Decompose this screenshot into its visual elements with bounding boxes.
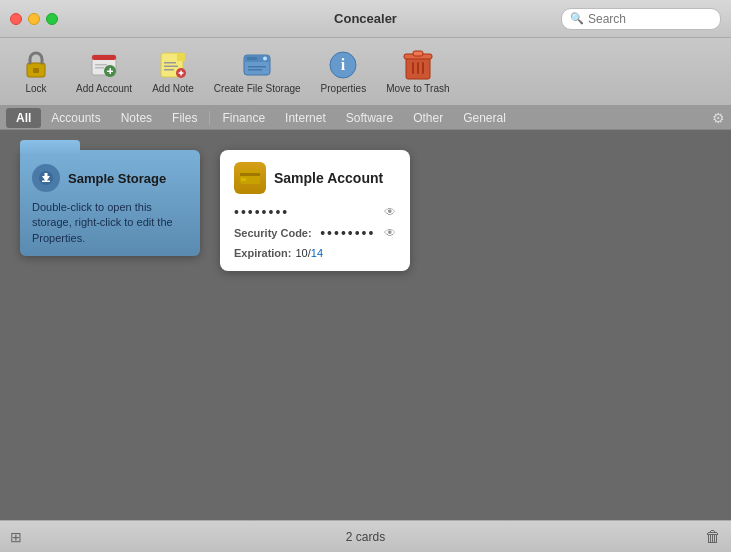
search-input[interactable]	[588, 12, 718, 26]
tabs-bar: All Accounts Notes Files Finance Interne…	[0, 106, 731, 130]
properties-button[interactable]: i Properties	[313, 45, 375, 99]
storage-card[interactable]: Sample Storage Double-click to open this…	[20, 150, 200, 256]
tab-general[interactable]: General	[453, 108, 516, 128]
svg-rect-35	[42, 181, 50, 183]
tab-accounts[interactable]: Accounts	[41, 108, 110, 128]
search-box[interactable]: 🔍	[561, 8, 721, 30]
svg-rect-20	[247, 57, 257, 60]
account-header: Sample Account	[234, 162, 396, 194]
add-account-icon	[88, 49, 120, 81]
tab-separator	[209, 111, 210, 125]
add-note-button[interactable]: Add Note	[144, 45, 202, 99]
svg-rect-22	[248, 66, 266, 68]
create-file-storage-label: Create File Storage	[214, 83, 301, 95]
svg-rect-12	[164, 65, 178, 67]
properties-icon: i	[327, 49, 359, 81]
tab-notes[interactable]: Notes	[111, 108, 162, 128]
storage-header: Sample Storage	[32, 164, 188, 192]
tab-other[interactable]: Other	[403, 108, 453, 128]
add-account-button[interactable]: Add Account	[68, 45, 140, 99]
svg-rect-7	[95, 64, 107, 66]
trash-button[interactable]: 🗑	[705, 528, 721, 546]
svg-rect-29	[412, 62, 414, 74]
svg-point-21	[263, 56, 267, 60]
move-to-trash-label: Move to Trash	[386, 83, 449, 95]
security-code-label: Security Code:	[234, 227, 312, 239]
svg-rect-8	[95, 67, 104, 69]
add-note-label: Add Note	[152, 83, 194, 95]
expiration-year: 14	[311, 247, 323, 259]
title-bar: Concealer 🔍	[0, 0, 731, 38]
svg-rect-36	[240, 170, 260, 184]
add-account-label: Add Account	[76, 83, 132, 95]
minimize-button[interactable]	[28, 13, 40, 25]
cards-count: 2 cards	[346, 530, 385, 544]
maximize-button[interactable]	[46, 13, 58, 25]
move-to-trash-icon	[402, 49, 434, 81]
svg-rect-1	[33, 68, 39, 73]
svg-rect-11	[164, 62, 176, 64]
svg-rect-30	[417, 62, 419, 74]
account-name: Sample Account	[274, 170, 383, 186]
svg-rect-28	[413, 51, 423, 56]
storage-description: Double-click to open this storage, right…	[32, 200, 188, 246]
storage-card-inner: Sample Storage Double-click to open this…	[20, 150, 200, 256]
svg-rect-3	[92, 55, 116, 60]
expiration-field: Expiration: 10/14	[234, 247, 396, 259]
traffic-lights	[10, 13, 58, 25]
create-file-storage-icon	[241, 49, 273, 81]
svg-text:i: i	[341, 56, 346, 73]
tab-software[interactable]: Software	[336, 108, 403, 128]
download-badge-icon	[32, 164, 60, 192]
svg-rect-6	[110, 68, 112, 74]
app-title: Concealer	[334, 11, 397, 26]
move-to-trash-button[interactable]: Move to Trash	[378, 45, 457, 99]
svg-rect-13	[164, 69, 174, 71]
create-file-storage-button[interactable]: Create File Storage	[206, 45, 309, 99]
security-code-field: Security Code: •••••••• 👁	[234, 225, 396, 241]
tab-finance[interactable]: Finance	[212, 108, 275, 128]
lock-icon	[20, 49, 52, 81]
svg-rect-38	[241, 178, 246, 181]
password-field: •••••••• 👁	[234, 204, 396, 220]
account-card[interactable]: Sample Account •••••••• 👁 Security Code:…	[220, 150, 410, 271]
tab-internet[interactable]: Internet	[275, 108, 336, 128]
properties-label: Properties	[321, 83, 367, 95]
settings-gear-icon[interactable]: ⚙	[712, 110, 725, 126]
add-note-icon	[157, 49, 189, 81]
lock-label: Lock	[25, 83, 46, 95]
tab-files[interactable]: Files	[162, 108, 207, 128]
password-value: ••••••••	[234, 204, 289, 220]
security-code-eye-icon[interactable]: 👁	[384, 226, 396, 240]
search-icon: 🔍	[570, 12, 584, 25]
main-content: Sample Storage Double-click to open this…	[0, 130, 731, 520]
toolbar: Lock Add Account	[0, 38, 731, 106]
svg-rect-31	[422, 62, 424, 74]
svg-rect-10	[177, 53, 185, 61]
security-code-value: ••••••••	[320, 225, 375, 241]
svg-rect-34	[45, 173, 48, 178]
status-bar: ⊞ 2 cards 🗑	[0, 520, 731, 552]
svg-rect-16	[180, 70, 182, 75]
storage-title: Sample Storage	[68, 171, 166, 186]
expiration-label: Expiration:	[234, 247, 291, 259]
lock-button[interactable]: Lock	[8, 45, 64, 99]
svg-rect-37	[240, 173, 260, 176]
svg-rect-23	[248, 69, 262, 71]
password-eye-icon[interactable]: 👁	[384, 205, 396, 219]
expiration-value: 10/14	[295, 247, 323, 259]
expiration-month: 10	[295, 247, 307, 259]
close-button[interactable]	[10, 13, 22, 25]
grid-view-button[interactable]: ⊞	[10, 529, 22, 545]
tab-all[interactable]: All	[6, 108, 41, 128]
account-type-icon	[234, 162, 266, 194]
